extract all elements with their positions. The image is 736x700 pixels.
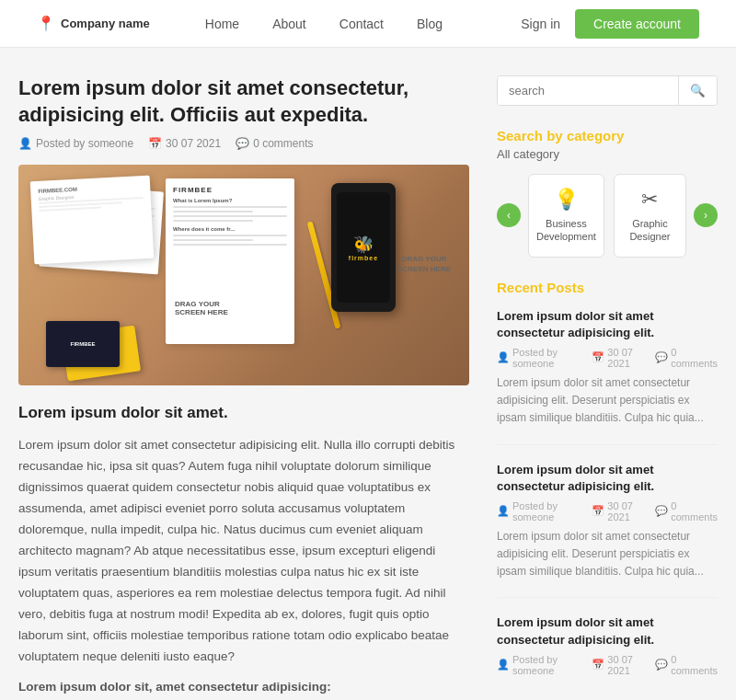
recent-posts-section: Recent Posts Lorem ipsum dolor sit amet … bbox=[497, 280, 718, 698]
card-text: FIRMBEE bbox=[71, 341, 96, 347]
article-meta: 👤 Posted by someone 📅 30 07 2021 💬 0 com… bbox=[18, 137, 469, 150]
calendar-icon: 📅 bbox=[148, 137, 162, 150]
recent-post-title-1[interactable]: Lorem ipsum dolor sit amet consectetur a… bbox=[497, 308, 718, 341]
recent-post-meta-2: 👤 Posted by someone 📅 30 07 2021 💬 0 com… bbox=[497, 500, 718, 522]
search-button[interactable]: 🔍 bbox=[678, 76, 717, 105]
nav-links: Home About Contact Blog bbox=[205, 17, 521, 31]
rp3-comment-icon: 💬 bbox=[655, 659, 668, 671]
recent-post-3: Lorem ipsum dolor sit amet consectetur a… bbox=[497, 614, 718, 697]
logo-text: Company name bbox=[61, 17, 150, 30]
navbar: 📍 Company name Home About Contact Blog S… bbox=[0, 0, 736, 48]
category-section: Search by category All category ‹ 💡 Busi… bbox=[497, 128, 718, 258]
signin-button[interactable]: Sign in bbox=[521, 17, 560, 31]
recent-post-1: Lorem ipsum dolor sit amet consectetur a… bbox=[497, 308, 718, 445]
category-item-graphic[interactable]: ✂ GraphicDesigner bbox=[614, 174, 686, 258]
article-title: Lorem ipsum dolor sit amet consectetur, … bbox=[18, 75, 469, 128]
bulb-icon: 💡 bbox=[536, 188, 596, 212]
recent-posts-title: Recent Posts bbox=[497, 280, 718, 295]
category-label-graphic: GraphicDesigner bbox=[622, 217, 678, 244]
rp1-cal-icon: 📅 bbox=[592, 351, 604, 363]
recent-post-excerpt-1: Lorem ipsum dolor sit amet consectetur a… bbox=[497, 374, 718, 428]
category-slider: ‹ 💡 BusinessDevelopment ✂ GraphicDesigne… bbox=[497, 174, 718, 258]
nav-home[interactable]: Home bbox=[205, 17, 239, 31]
category-items: 💡 BusinessDevelopment ✂ GraphicDesigner bbox=[528, 174, 686, 258]
recent-post-title-2[interactable]: Lorem ipsum dolor sit amet consectetur a… bbox=[497, 462, 718, 495]
paper-front: FIRMBEE.COM Graphic Designer bbox=[30, 176, 155, 265]
pin-icon: 📍 bbox=[37, 15, 55, 32]
hero-mockup: FIRMBEE FIRMBEE.COM Graphic Designer bbox=[18, 165, 469, 385]
meta-date: 📅 30 07 2021 bbox=[148, 137, 221, 150]
phone-screen: 🐝 firmbee bbox=[337, 192, 390, 303]
main-content: Lorem ipsum dolor sit amet consectetur, … bbox=[18, 75, 469, 700]
rp2-comments: 💬 0 comments bbox=[655, 500, 718, 522]
category-item-business[interactable]: 💡 BusinessDevelopment bbox=[528, 174, 604, 258]
create-account-button[interactable]: Create account bbox=[575, 9, 699, 39]
comment-icon: 💬 bbox=[236, 137, 249, 150]
recent-post-excerpt-2: Lorem ipsum dolor sit amet consectetur a… bbox=[497, 528, 718, 581]
article-subtitle: Lorem ipsum dolor sit amet. bbox=[18, 404, 469, 422]
slider-next-button[interactable]: › bbox=[694, 203, 718, 227]
business-card-dark: FIRMBEE bbox=[46, 321, 120, 367]
scissors-icon: ✂ bbox=[622, 188, 678, 212]
rp2-author: 👤 Posted by someone bbox=[497, 500, 582, 522]
sidebar: 🔍 Search by category All category ‹ 💡 Bu… bbox=[497, 75, 718, 700]
page-container: Lorem ipsum dolor sit amet consectetur, … bbox=[0, 48, 736, 700]
meta-author: 👤 Posted by someone bbox=[18, 137, 133, 150]
search-box: 🔍 bbox=[497, 75, 718, 106]
all-category-label: All category bbox=[497, 147, 718, 161]
logo[interactable]: 📍 Company name bbox=[37, 15, 150, 32]
author-icon: 👤 bbox=[18, 137, 32, 150]
rp3-author: 👤 Posted by someone bbox=[497, 654, 582, 676]
nav-blog[interactable]: Blog bbox=[417, 17, 443, 31]
rp1-date: 📅 30 07 2021 bbox=[592, 347, 646, 369]
rp1-author-icon: 👤 bbox=[497, 351, 510, 363]
search-input[interactable] bbox=[498, 76, 678, 105]
rp3-cal-icon: 📅 bbox=[592, 659, 604, 671]
nav-about[interactable]: About bbox=[272, 17, 306, 31]
phone-mockup: 🐝 firmbee bbox=[331, 183, 396, 312]
nav-actions: Sign in Create account bbox=[521, 9, 699, 39]
rp3-comments: 💬 0 comments bbox=[655, 654, 718, 676]
category-title: Search by category bbox=[497, 128, 718, 143]
recent-post-meta-3: 👤 Posted by someone 📅 30 07 2021 💬 0 com… bbox=[497, 654, 718, 676]
nav-contact[interactable]: Contact bbox=[339, 17, 384, 31]
rp3-date: 📅 30 07 2021 bbox=[592, 654, 646, 676]
rp2-date: 📅 30 07 2021 bbox=[592, 500, 646, 522]
recent-post-2: Lorem ipsum dolor sit amet consectetur a… bbox=[497, 462, 718, 599]
slider-prev-button[interactable]: ‹ bbox=[497, 203, 521, 227]
recent-post-meta-1: 👤 Posted by someone 📅 30 07 2021 💬 0 com… bbox=[497, 347, 718, 369]
rp2-cal-icon: 📅 bbox=[592, 505, 604, 517]
article-body: Lorem ipsum dolor sit amet consectetur a… bbox=[18, 435, 469, 700]
firmbee-document: FIRMBEE What is Lorem Ipsum? Where does … bbox=[166, 178, 294, 344]
recent-post-title-3[interactable]: Lorem ipsum dolor sit amet consectetur a… bbox=[497, 614, 718, 648]
article-bold-label: Lorem ipsum dolor sit, amet consectetur … bbox=[18, 677, 469, 698]
drag-screen-text: DRAG YOURSCREEN HERE bbox=[397, 254, 451, 274]
phone-brand-text: firmbee bbox=[349, 255, 378, 261]
rp3-author-icon: 👤 bbox=[497, 659, 510, 671]
meta-comments: 💬 0 comments bbox=[236, 137, 313, 150]
rp2-comment-icon: 💬 bbox=[655, 505, 668, 517]
phone-logo: 🐝 bbox=[353, 235, 374, 255]
rp1-comment-icon: 💬 bbox=[655, 351, 668, 363]
category-label-business: BusinessDevelopment bbox=[536, 217, 596, 244]
hero-image: FIRMBEE FIRMBEE.COM Graphic Designer bbox=[18, 165, 469, 385]
rp2-author-icon: 👤 bbox=[497, 505, 510, 517]
rp1-comments: 💬 0 comments bbox=[655, 347, 718, 369]
article-paragraph: Lorem ipsum dolor sit amet consectetur a… bbox=[18, 435, 469, 667]
rp1-author: 👤 Posted by someone bbox=[497, 347, 582, 369]
